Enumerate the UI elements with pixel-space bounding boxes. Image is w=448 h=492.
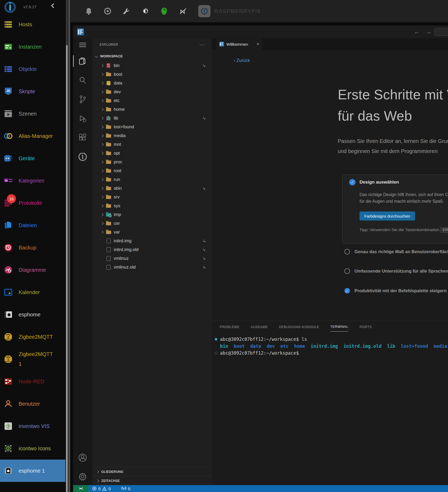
errors-count[interactable]: 0: [98, 486, 100, 491]
sidebar-item-icontwo-icons[interactable]: icontwo Icons: [0, 437, 65, 460]
assistant-head-icon[interactable]: [160, 7, 168, 15]
sidebar-item-hosts[interactable]: Hosts: [0, 13, 65, 36]
view-eye-icon[interactable]: [104, 7, 111, 15]
timeline-section[interactable]: ZEITACHSE: [92, 476, 212, 485]
outline-section[interactable]: GLIEDERUNG: [92, 467, 212, 476]
hosts-icon: [4, 20, 13, 29]
sidebar-item-dateien[interactable]: Dateien: [0, 214, 65, 236]
remote-indicator[interactable]: ><: [73, 485, 88, 492]
drawer-scrollbar[interactable]: [66, 0, 68, 492]
sidebar-item-benutzer[interactable]: Benutzer: [0, 393, 65, 415]
collapse-drawer-icon[interactable]: [51, 3, 56, 8]
tree-item-srv[interactable]: srv: [92, 193, 212, 201]
card-tip: Tipp: Verwenden Sie die Tastenkombinatio…: [360, 227, 448, 232]
tab-terminal[interactable]: TERMINAL: [330, 325, 348, 332]
tab-debug-konsole[interactable]: DEBUGGING-KONSOLE: [279, 325, 319, 332]
tree-item-media[interactable]: media: [92, 131, 212, 140]
tree-item-initrd-img[interactable]: initrd.img↳: [92, 236, 212, 245]
walkthrough-card: ✓ Design auswählen Das richtige Design h…: [342, 175, 448, 244]
tree-item-data[interactable]: data: [92, 79, 212, 87]
host-title: RASPBERRYPI5: [214, 8, 261, 14]
terminal-ls-output: bin boot data dev etc home initrd.img in…: [212, 343, 448, 350]
tree-item-dev[interactable]: dev: [92, 87, 212, 96]
sidebar-item-esphome[interactable]: esphome: [0, 303, 65, 326]
back-link[interactable]: ‹ Zurück: [234, 58, 250, 63]
card-title: Design auswählen: [360, 180, 399, 185]
tree-item-boot[interactable]: boot: [92, 70, 212, 79]
notifications-bell-icon[interactable]: [85, 7, 92, 15]
sidebar-item-protokolle[interactable]: 16 Protokolle: [0, 192, 65, 214]
tree-item-root[interactable]: root: [92, 166, 212, 175]
sidebar-item-alias-manager[interactable]: Alias-Manager: [0, 125, 65, 147]
iobroker-host-badge-icon[interactable]: [198, 5, 210, 17]
tree-item-opt[interactable]: opt: [92, 149, 212, 158]
sidebar-item-geraete[interactable]: Geräte: [0, 147, 65, 169]
search-view-icon[interactable]: [73, 74, 92, 86]
tab-ausgabe[interactable]: AUSGABE: [251, 325, 268, 332]
logs-badge: 16: [7, 194, 16, 203]
welcome-intro: Passen Sie Ihren Editor an, lernen Sie d…: [338, 136, 448, 156]
run-debug-view-icon[interactable]: [73, 113, 92, 125]
tree-item-home[interactable]: home: [92, 105, 212, 114]
page-scrollbar[interactable]: [68, 0, 70, 492]
sidebar-item-kalender[interactable]: Kalender: [0, 281, 65, 303]
tree-item-vmlinuz-old[interactable]: vmlinuz.old↳: [92, 263, 212, 272]
tree-item-vmlinuz[interactable]: vmlinuz↳: [92, 254, 212, 263]
scripts-js-icon: JS: [4, 87, 13, 96]
sidebar-item-backup[interactable]: Backup: [0, 236, 65, 259]
welcome-heading: Erste Schritte mit VS Code für das Web: [338, 84, 448, 126]
source-control-view-icon[interactable]: [73, 94, 92, 105]
ports-count[interactable]: 0: [128, 486, 130, 491]
tree-item-sys[interactable]: sys: [92, 201, 212, 210]
sidebar-item-szenen[interactable]: Szenen: [0, 103, 65, 125]
sidebar-item-inventwo-vis[interactable]: inventwo VIS: [0, 415, 65, 437]
iobroker-view-icon[interactable]: [73, 151, 92, 163]
account-icon[interactable]: [73, 452, 92, 464]
tab-ports[interactable]: PORTS: [360, 325, 372, 332]
walkthrough-item-command-palette[interactable]: ✓ Produktivität mit der Befehlspalette s…: [344, 288, 447, 294]
explorer-more-actions-icon[interactable]: ···: [199, 42, 205, 48]
history-back-button[interactable]: ←: [414, 28, 420, 35]
sidebar-item-node-red[interactable]: Node-RED: [0, 370, 65, 393]
close-tab-icon[interactable]: ×: [257, 42, 259, 46]
sidebar-item-kategorien[interactable]: Kategorien: [0, 169, 65, 192]
tree-item-run[interactable]: run: [92, 175, 212, 184]
terminal[interactable]: abc@3092c07bff12:~/workspace$ ls bin boo…: [212, 336, 448, 357]
tree-item-tmp[interactable]: tmp: [92, 210, 212, 219]
tree-item-lost-found[interactable]: lost+found: [92, 122, 212, 131]
tree-item-usr[interactable]: usr: [92, 219, 212, 228]
tree-item-proc[interactable]: proc: [92, 158, 212, 166]
vscode-titlebar: ← →: [73, 26, 448, 38]
history-forward-button[interactable]: →: [426, 28, 432, 35]
command-search-input[interactable]: [434, 28, 448, 36]
walkthrough-item-languages[interactable]: Umfassende Unterstützung für alle Sprach…: [344, 268, 448, 274]
explorer-view-icon[interactable]: [73, 55, 92, 67]
wrench-icon[interactable]: [123, 7, 130, 15]
contrast-gear-icon[interactable]: [142, 7, 149, 15]
browse-themes-button[interactable]: Farbdesigns durchsuchen: [360, 211, 415, 220]
tree-item-initrd-img-old[interactable]: initrd.img.old↳: [92, 245, 212, 254]
walkthrough-item-ui[interactable]: Genau das richtige Maß an Benutzeroberfl…: [344, 249, 448, 255]
tab-willkommen[interactable]: Willkommen ×: [216, 38, 262, 50]
sidebar-item-zigbee2mqtt-1[interactable]: MQTT Zigbee2MQTT 1: [0, 348, 65, 370]
sidebar-item-instanzen[interactable]: Instanzen: [0, 36, 65, 58]
tree-item-bin[interactable]: 0110bin↳: [92, 61, 212, 70]
sidebar-item-esphome-1[interactable]: esphome 1: [0, 460, 65, 482]
tree-item-mnt[interactable]: mnt: [92, 140, 212, 149]
signal-off-icon[interactable]: [179, 7, 187, 15]
tree-item-sbin[interactable]: sbin↳: [92, 184, 212, 193]
tab-probleme[interactable]: PROBLEME: [220, 325, 239, 332]
menu-hamburger-icon[interactable]: [73, 39, 92, 51]
check-circle-icon: ✓: [344, 288, 350, 294]
sidebar-item-zigbee2mqtt[interactable]: MQTT Zigbee2MQTT: [0, 326, 65, 348]
sidebar-item-objekte[interactable]: Objekte: [0, 58, 65, 80]
tree-item-etc[interactable]: etc: [92, 96, 212, 105]
warnings-count[interactable]: 0: [108, 486, 111, 491]
workspace-root[interactable]: WORKSPACE: [92, 51, 212, 61]
tree-item-lib[interactable]: lib↳: [92, 114, 212, 122]
extensions-view-icon[interactable]: [73, 132, 92, 143]
sidebar-item-skripte[interactable]: JS Skripte: [0, 80, 65, 103]
sidebar-item-diagramme[interactable]: Diagramme: [0, 259, 65, 281]
settings-gear-icon[interactable]: [73, 471, 92, 482]
tree-item-var[interactable]: var: [92, 228, 212, 236]
